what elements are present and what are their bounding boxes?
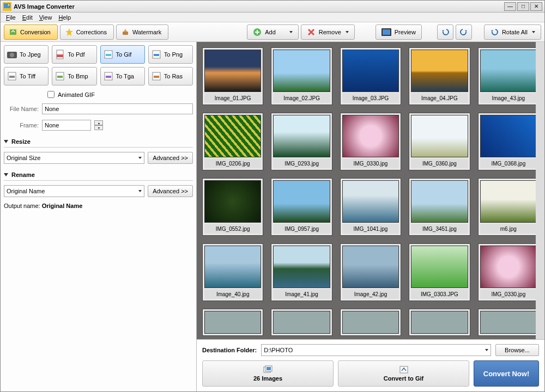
thumbnail-card[interactable]: Image_03.JPG	[340, 47, 401, 105]
step-images[interactable]: 26 Images	[202, 360, 334, 387]
convert-now-button[interactable]: Convert Now!	[474, 360, 539, 387]
right-panel: Image_01.JPGImage_02.JPGImage_03.JPGImag…	[197, 42, 544, 391]
thumbnail-card[interactable]	[340, 309, 401, 336]
remove-dropdown-arrow[interactable]	[346, 31, 349, 33]
thumbnail-card[interactable]: IMG_0360.jpg	[409, 113, 470, 170]
resize-section-header[interactable]: Resize	[4, 138, 193, 148]
thumbnail-card[interactable]: IMG_0206.jpg	[202, 113, 263, 170]
dest-folder-input[interactable]: D:\PHOTO	[261, 344, 491, 356]
svg-rect-22	[106, 76, 111, 78]
step-action[interactable]: Convert to Gif	[338, 360, 469, 387]
rotate-left-button[interactable]	[437, 24, 453, 40]
svg-rect-8	[383, 29, 390, 35]
format-pdf-button[interactable]: To Pdf	[52, 45, 96, 64]
rename-section-header[interactable]: Rename	[4, 171, 193, 181]
thumbnail-card[interactable]: Image_41.jpg	[271, 243, 332, 301]
rotate-all-dropdown-arrow[interactable]	[532, 31, 535, 33]
thumbnail-card[interactable]: Image_43.jpg	[478, 47, 539, 105]
resize-combo[interactable]: Original Size	[4, 152, 144, 164]
thumbnail-card[interactable]: IMG_3451.jpg	[409, 178, 470, 236]
thumbnail-card[interactable]: IMG_0368.jpg	[478, 113, 539, 170]
format-tga-button[interactable]: To Tga	[100, 67, 145, 85]
thumbnail-card[interactable]: m6.jpg	[478, 178, 539, 236]
thumbnail-label: Image_41.jpg	[273, 289, 330, 299]
add-button[interactable]: Add	[247, 24, 299, 40]
remove-icon	[307, 28, 316, 36]
thumbnail-card[interactable]	[478, 309, 539, 336]
preview-label: Preview	[395, 29, 416, 35]
format-gif-label: To Gif	[116, 51, 132, 58]
thumbnail-scrollbar[interactable]	[536, 42, 544, 339]
thumbnail-card[interactable]	[202, 309, 263, 336]
thumbnail-card[interactable]: IMG_0552.jpg	[202, 178, 263, 236]
thumbnail-image	[204, 180, 261, 223]
format-bmp-button[interactable]: To Bmp	[52, 67, 96, 85]
svg-rect-12	[57, 54, 63, 57]
thumbnail-label: Image_03.JPG	[342, 93, 399, 103]
thumbnail-card[interactable]: IMG_1041.jpg	[340, 178, 401, 236]
format-tga-label: To Tga	[116, 73, 134, 79]
thumbnail-card[interactable]: IMG_0957.jpg	[271, 178, 332, 236]
file-name-label: File Name:	[4, 106, 39, 112]
thumbnail-label: IMG_0303.JPG	[411, 289, 468, 299]
thumbnail-image	[480, 311, 537, 334]
thumbnail-card[interactable]	[271, 309, 332, 336]
svg-rect-14	[106, 54, 111, 56]
frame-value: None	[45, 122, 59, 128]
rename-advanced-button[interactable]: Advanced >>	[148, 185, 193, 197]
resize-advanced-label: Advanced >>	[153, 155, 188, 161]
frame-input[interactable]: None	[42, 120, 91, 131]
rename-advanced-label: Advanced >>	[153, 188, 188, 194]
convert-action-icon	[399, 365, 409, 374]
menu-help[interactable]: Help	[55, 14, 74, 21]
close-button[interactable]: ✕	[530, 2, 542, 11]
thumbnail-card[interactable]: IMG_0293.jpg	[271, 113, 332, 170]
remove-button[interactable]: Remove	[301, 24, 355, 40]
rotate-all-icon	[490, 28, 499, 36]
rename-toggle-icon	[4, 173, 8, 176]
tga-icon	[103, 71, 114, 81]
add-dropdown-arrow[interactable]	[289, 31, 293, 33]
format-png-button[interactable]: To Png	[148, 45, 193, 64]
menu-file[interactable]: File	[3, 14, 19, 21]
thumbnail-card[interactable]: Image_04.JPG	[409, 47, 470, 105]
format-ras-button[interactable]: To Ras	[148, 67, 193, 85]
thumbnail-label: IMG_0330.jpg	[480, 289, 537, 299]
thumbnail-label: Image_43.jpg	[480, 93, 537, 103]
thumbnail-card[interactable]: Image_01.JPG	[202, 47, 263, 105]
menu-view[interactable]: View	[36, 14, 56, 21]
thumbnail-card[interactable]: Image_42.jpg	[340, 243, 401, 301]
main-toolbar: Conversion Corrections Watermark Add Rem…	[1, 22, 544, 42]
format-gif-button[interactable]: To Gif	[100, 45, 145, 64]
thumbnail-card[interactable]: Image_40.jpg	[202, 243, 263, 301]
tab-conversion-label: Conversion	[20, 29, 51, 35]
tiff-icon	[7, 71, 17, 81]
tab-watermark[interactable]: Watermark	[116, 24, 168, 40]
thumbnail-card[interactable]: IMG_0330.jpg	[478, 243, 539, 301]
dest-folder-value: D:\PHOTO	[264, 347, 293, 353]
menu-edit[interactable]: Edit	[19, 14, 36, 21]
format-jpeg-button[interactable]: To Jpeg	[4, 45, 49, 64]
tab-corrections[interactable]: Corrections	[60, 24, 114, 40]
thumbnail-grid[interactable]: Image_01.JPGImage_02.JPGImage_03.JPGImag…	[197, 42, 544, 339]
thumbnail-image	[411, 311, 468, 334]
resize-advanced-button[interactable]: Advanced >>	[148, 152, 193, 164]
minimize-button[interactable]: —	[504, 2, 516, 11]
rotate-right-button[interactable]	[456, 24, 472, 40]
frame-spinner[interactable]: ▴▾	[94, 120, 103, 130]
thumbnail-card[interactable]: IMG_0303.JPG	[409, 243, 470, 301]
thumbnail-card[interactable]: Image_02.JPG	[271, 47, 332, 105]
file-name-input[interactable]: None	[42, 103, 193, 114]
format-tiff-button[interactable]: To Tiff	[4, 67, 49, 85]
maximize-button[interactable]: □	[517, 2, 529, 11]
rename-combo[interactable]: Original Name	[4, 185, 144, 197]
format-tiff-label: To Tiff	[20, 73, 35, 79]
menubar: File Edit View Help	[1, 13, 544, 22]
thumbnail-card[interactable]: IMG_0330.jpg	[340, 113, 401, 170]
tab-conversion[interactable]: Conversion	[4, 24, 58, 40]
rotate-all-button[interactable]: Rotate All	[484, 24, 541, 40]
animated-gif-checkbox[interactable]	[47, 91, 55, 98]
browse-button[interactable]: Browse...	[495, 344, 539, 356]
preview-button[interactable]: Preview	[376, 24, 422, 40]
thumbnail-card[interactable]	[409, 309, 470, 336]
